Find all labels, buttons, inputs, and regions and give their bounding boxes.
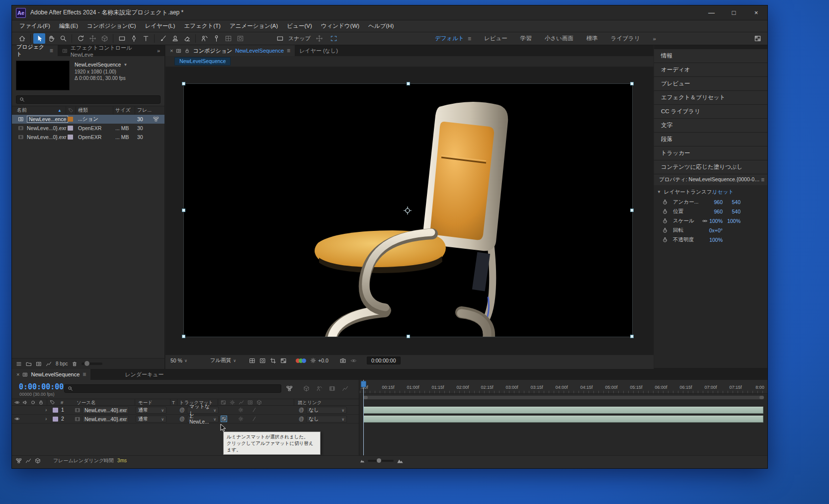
anchor-point-icon[interactable]	[403, 206, 412, 215]
bit-depth[interactable]: 8 bpc	[56, 361, 68, 366]
track-matte-dropdown[interactable]: 1. NewLe...∨	[187, 416, 219, 423]
adjustment-layer-icon[interactable]	[248, 400, 253, 405]
prop-value-y[interactable]: 540	[721, 209, 741, 215]
chevron-down-icon[interactable]: ▼	[123, 62, 127, 68]
new-folder-icon[interactable]	[26, 361, 32, 367]
selection-handle[interactable]	[407, 335, 410, 338]
effects-icon[interactable]	[239, 400, 244, 405]
parent-pickwhip-icon[interactable]: @	[299, 407, 304, 413]
panel-menu-icon[interactable]: ≡	[761, 176, 764, 183]
align-tool[interactable]	[222, 33, 234, 44]
column-number[interactable]: #	[61, 400, 63, 405]
prop-value-y[interactable]: 100%	[721, 218, 741, 224]
prop-anchor-row[interactable]: アンカー... 960 540	[654, 197, 768, 207]
pickwhip-icon[interactable]: @	[179, 416, 185, 422]
selection-handle[interactable]	[630, 335, 634, 338]
region-of-interest-icon[interactable]	[270, 358, 276, 364]
expand-chevron-icon[interactable]: ›	[45, 407, 47, 413]
mask-feather-tool[interactable]	[234, 33, 246, 44]
project-row-footage-1[interactable]: NewLeve...0}.exr OpenEXR ... MB 30	[12, 124, 165, 133]
prop-value[interactable]: 0x+0°	[703, 227, 723, 233]
render-network-icon[interactable]	[16, 458, 22, 464]
draft-3d-icon[interactable]	[303, 385, 310, 392]
adjustment-icon[interactable]	[46, 361, 52, 367]
workspace-libraries[interactable]: ライブラリ	[611, 35, 640, 42]
snap-shape-icon[interactable]	[274, 33, 286, 44]
workspace-menu-icon[interactable]: ≡	[468, 35, 471, 42]
reset-link[interactable]: リセット	[712, 189, 734, 196]
project-search-input[interactable]	[16, 95, 161, 104]
tab-project[interactable]: プロジェクト≡	[12, 45, 58, 56]
menu-help[interactable]: ヘルプ(H)	[364, 22, 398, 30]
column-type[interactable]: 種類	[78, 107, 88, 114]
prop-label[interactable]: 不透明度	[673, 236, 694, 243]
quality-switch-icon[interactable]	[238, 416, 244, 422]
performance-icon[interactable]	[25, 458, 31, 464]
prop-value-y[interactable]: 540	[721, 199, 741, 205]
motion-blur-icon[interactable]	[230, 400, 235, 405]
selected-item-name[interactable]: NewLevelSequence	[75, 62, 121, 68]
selection-tool[interactable]	[33, 33, 45, 44]
prop-value-x[interactable]: 100%	[703, 218, 723, 224]
3d-layer-icon[interactable]	[256, 400, 262, 405]
panel-info[interactable]: 情報	[654, 49, 768, 63]
selection-handle[interactable]	[182, 335, 185, 338]
exposure-control[interactable]: +0.0	[310, 358, 329, 363]
layer-1-duration-bar[interactable]	[363, 407, 763, 414]
transparency-grid-icon[interactable]	[280, 358, 287, 364]
stopwatch-icon[interactable]	[662, 237, 668, 243]
tab-effect-controls[interactable]: エフェクトコントロール NewLeve	[58, 45, 153, 56]
draft-switch-icon[interactable]	[251, 407, 257, 413]
lock-column-icon[interactable]	[38, 400, 44, 405]
column-frames[interactable]: フレ...	[137, 107, 152, 114]
panel-tracker[interactable]: トラッカー	[654, 146, 768, 160]
panel-content-aware-fill[interactable]: コンテンツに応じた塗りつぶし	[654, 160, 768, 174]
zoom-slider[interactable]	[368, 460, 394, 462]
prop-value-x[interactable]: 960	[703, 209, 723, 215]
prop-position-row[interactable]: 位置 960 540	[654, 207, 768, 216]
flowchart-comp-tag[interactable]: NewLevelSequence	[174, 57, 231, 66]
panel-preview[interactable]: プレビュー	[654, 77, 768, 90]
trash-icon[interactable]	[72, 361, 78, 367]
project-row-comp[interactable]: NewLeve...ence ...ション 30	[12, 115, 165, 124]
selection-handle[interactable]	[182, 209, 185, 212]
panel-menu-icon[interactable]: ≡	[50, 47, 53, 54]
menu-layer[interactable]: レイヤー(L)	[140, 22, 179, 30]
parent-dropdown[interactable]: なし∨	[306, 416, 347, 423]
label-column-icon[interactable]	[50, 400, 55, 405]
blend-mode-dropdown[interactable]: 通常∨	[136, 407, 166, 414]
workspace-default[interactable]: デフォルト≡	[435, 35, 471, 42]
selection-handle[interactable]	[407, 82, 410, 85]
graph-editor-icon[interactable]	[342, 385, 348, 392]
eye-icon[interactable]	[14, 416, 20, 422]
expand-chevron-icon[interactable]: ›	[45, 416, 47, 422]
work-area-bar[interactable]	[363, 395, 764, 400]
layer-2-duration-bar[interactable]	[363, 416, 763, 423]
audio-column-icon[interactable]	[22, 400, 28, 405]
column-t[interactable]: T	[172, 400, 175, 405]
hide-shy-layers-icon[interactable]	[316, 385, 323, 392]
time-ruler[interactable]: :00f 00:15f 01:00f 01:15f 02:00f 02:15f …	[360, 380, 768, 394]
stopwatch-icon[interactable]	[662, 218, 668, 224]
menu-view[interactable]: ビュー(V)	[282, 22, 316, 30]
prop-rotation-row[interactable]: 回転 0x+0°	[654, 225, 768, 235]
mask-visibility-icon[interactable]	[259, 358, 266, 364]
timeline-search-input[interactable]	[64, 384, 281, 393]
prop-value-x[interactable]: 960	[703, 199, 723, 205]
prop-label[interactable]: スケール	[673, 217, 694, 224]
draft-switch-icon[interactable]	[251, 416, 257, 422]
prop-opacity-row[interactable]: 不透明度 100%	[654, 235, 768, 244]
viewer-canvas[interactable]	[166, 67, 654, 355]
snap-label[interactable]: スナップ	[288, 35, 311, 42]
prop-label[interactable]: アンカー...	[673, 199, 699, 206]
orbit-camera-tool[interactable]	[75, 33, 86, 44]
current-time-indicator-handle[interactable]	[361, 381, 366, 387]
column-size[interactable]: サイズ	[115, 107, 131, 114]
blend-mode-dropdown[interactable]: 通常∨	[136, 416, 166, 423]
project-row-footage-2[interactable]: NewLeve...0}.exr OpenEXR ... MB 30	[12, 133, 165, 142]
panel-effects-presets[interactable]: エフェクト＆プリセット	[654, 91, 768, 104]
composition-frame[interactable]	[184, 84, 632, 337]
eraser-tool[interactable]	[181, 33, 193, 44]
prop-scale-row[interactable]: スケール 100% 100%	[654, 216, 768, 225]
workspace-search-icon[interactable]	[751, 33, 763, 44]
